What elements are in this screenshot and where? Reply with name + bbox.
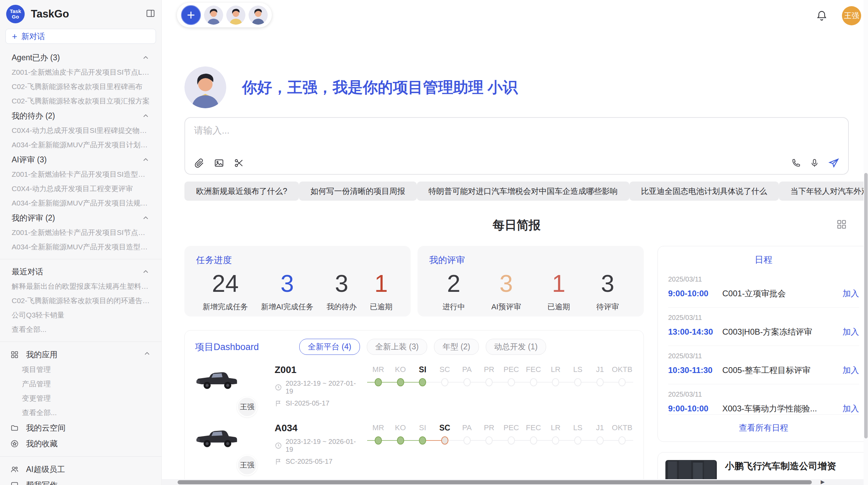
milestone-dot [485, 436, 493, 445]
event-join-link[interactable]: 加入 [843, 365, 859, 376]
milestone-label: LS [567, 423, 589, 436]
scissors-icon[interactable] [234, 158, 244, 168]
sidebar-item[interactable]: A034-全新新能源MUV产品开发项目计划变更表编写 [0, 138, 161, 152]
stat-cell: 3新增AI完成任务 [261, 270, 313, 313]
vertical-scrollbar-thumb[interactable] [864, 173, 868, 438]
sidebar-section-header[interactable]: Agent已办 (3) [0, 50, 161, 65]
sidebar-section-header[interactable]: 我的评审 (2) [0, 210, 161, 225]
sidebar-section-header[interactable]: 我的待办 (2) [0, 108, 161, 123]
new-chat-button[interactable]: + 新对话 [5, 29, 156, 44]
milestone-segment [434, 382, 441, 383]
milestone-segment [559, 382, 567, 383]
send-icon[interactable] [828, 158, 839, 169]
sidebar-item[interactable]: C0X4-动力总成开发项目SI里程碑提交物检查 [0, 123, 161, 138]
layout-grid-icon[interactable] [836, 219, 847, 232]
attachment-icon[interactable] [194, 158, 204, 168]
chevron-up-icon[interactable] [142, 112, 150, 120]
notifications-bell-icon[interactable] [816, 10, 828, 22]
sidebar-item[interactable]: C02-飞腾新能源轻客改款项目的闭环通告反馈情况 [0, 294, 161, 308]
dashboard-tab[interactable]: 动总开发 (1) [486, 339, 546, 355]
add-conversation-button[interactable] [181, 5, 201, 25]
schedule-event: 2025/03/1110:30-11:30C005-整车工程目标评审加入 [668, 346, 859, 376]
voice-call-icon[interactable] [791, 158, 801, 168]
event-join-link[interactable]: 加入 [843, 403, 859, 414]
milestone-segment [404, 440, 412, 441]
sidebar-item[interactable]: Z001-全新燃油皮卡产品开发项目SI节点Lesson Learn报告 [0, 65, 161, 79]
sidebar-app-item[interactable]: 项目管理 [0, 362, 161, 377]
suggestion-chip[interactable]: 比亚迪全固态电池计划具体说了什么 [629, 182, 779, 201]
sidebar-item[interactable]: Z001-全新燃油轻卡产品开发项目SI节点属性5D文件评审 [0, 225, 161, 240]
event-join-link[interactable]: 加入 [843, 288, 859, 299]
chevron-up-icon[interactable] [142, 214, 150, 222]
sidebar-item-star[interactable]: 我的收藏 [0, 436, 161, 451]
milestone-segment [581, 440, 589, 441]
project-flag-text: SI-2025-05-17 [286, 399, 329, 407]
milestone: PA [456, 365, 478, 413]
milestone-label: LR [544, 423, 567, 436]
suggestion-chip[interactable]: 特朗普可能对进口汽车增税会对中国车企造成哪些影响 [417, 182, 629, 201]
sidebar-app-item[interactable]: 产品管理 [0, 377, 161, 391]
milestone: KO [389, 423, 412, 471]
member-avatar[interactable] [249, 5, 268, 25]
milestone-dot [508, 436, 515, 445]
sidebar-item[interactable]: 查看全部... [0, 322, 161, 337]
main-area: 王强 你好，王强，我是你的项目管理助理 小识 欧洲新规最近颁布 [162, 0, 868, 485]
milestone-label: SC [434, 365, 456, 377]
sidebar-item-folder[interactable]: 我的云空间 [0, 420, 161, 436]
schedule-card: 日程 2025/03/119:00-10:00C001-立项审批会加入2025/… [658, 246, 868, 442]
milestone-segment [471, 440, 478, 441]
sidebar-item-my-apps[interactable]: 我的应用 [0, 347, 161, 362]
assistant-greeting: 你好，王强，我是你的项目管理助理 小识 [184, 66, 849, 108]
view-all-schedule-link[interactable]: 查看所有日程 [739, 423, 788, 432]
sidebar-item[interactable]: A034-全新新能源MUV产品开发项目造型可行性评审 [0, 240, 161, 254]
sidebar-link-label: AI超级员工 [26, 464, 65, 475]
user-avatar[interactable]: 王强 [842, 6, 861, 25]
milestone: MR [367, 365, 389, 413]
milestone-dot-row [434, 377, 456, 387]
suggestion-chip[interactable]: 欧洲新规最近颁布了什么? [184, 182, 299, 201]
chevron-up-icon[interactable] [142, 268, 150, 276]
stat-label: 我的待办 [327, 302, 357, 312]
sidebar-item[interactable]: C02-飞腾新能源轻客改款项目里程碑画布 [0, 79, 161, 94]
dashboard-tab[interactable]: 年型 (2) [434, 339, 479, 355]
dashboard-tab[interactable]: 全新平台 (4) [299, 339, 360, 355]
insert-image-icon[interactable] [214, 158, 224, 168]
sidebar-item[interactable]: A034-全新新能源MUV产品开发项目法规符合性评审 [0, 196, 161, 210]
member-avatar[interactable] [204, 5, 223, 25]
milestone-track: MRKOSISCPAPRPECFECLRLSJ1OKTB [367, 422, 633, 471]
microphone-icon[interactable] [810, 158, 819, 168]
chevron-up-icon[interactable] [142, 53, 150, 62]
chevron-up-icon[interactable] [142, 156, 150, 164]
sidebar-item[interactable]: Z001-全新燃油轻卡产品开发项目SI造型提交物评审 [0, 167, 161, 182]
sidebar-item[interactable]: 公司Q3轻卡销量 [0, 308, 161, 322]
sidebar-app-item[interactable]: 变更管理 [0, 391, 161, 406]
project-row[interactable]: 王强Z0012023-12-19 ~ 2027-01-19SI-2025-05-… [195, 364, 633, 413]
suggestion-chip[interactable]: 当下年轻人对汽车外观有怎样的喜好趋势 [779, 182, 868, 201]
collapse-sidebar-icon[interactable] [146, 9, 155, 20]
milestone-segment [544, 440, 552, 441]
milestone-dot-row [411, 436, 434, 445]
milestone-segment [537, 382, 545, 383]
sidebar-item-image[interactable]: 帮我写作 [0, 477, 161, 485]
scroll-right-arrow-icon[interactable]: ▶ [821, 479, 825, 485]
horizontal-scrollbar-thumb[interactable] [178, 480, 812, 484]
member-avatar[interactable] [226, 5, 245, 25]
dashboard-tab[interactable]: 全新上装 (3) [367, 339, 427, 355]
sidebar-section-header[interactable]: 最近对话 [0, 264, 161, 279]
project-name: A034 [275, 423, 360, 434]
sidebar-item-people[interactable]: AI超级员工 [0, 461, 161, 477]
sidebar-item[interactable]: C0X4-动力总成开发项目工程变更评审 [0, 182, 161, 196]
milestone-segment [426, 382, 434, 383]
sidebar-section-header[interactable]: AI评审 (3) [0, 152, 161, 167]
sidebar-item[interactable]: 解释最新出台的欧盟报废车法规再生塑料比例被调至15%... [0, 279, 161, 294]
chevron-up-icon[interactable] [143, 349, 151, 360]
sidebar-app-item[interactable]: 查看全部... [0, 406, 161, 420]
suggestion-chip[interactable]: 如何写一份清晰的项目周报 [299, 182, 417, 201]
milestone-dot [397, 436, 404, 445]
chat-input[interactable] [194, 125, 839, 136]
event-join-link[interactable]: 加入 [843, 326, 859, 337]
milestone: PR [478, 423, 500, 471]
sidebar-item[interactable]: C02-飞腾新能源轻客改款项目立项汇报方案 [0, 94, 161, 108]
project-row[interactable]: 王强A0342023-12-19 ~ 2026-01-19SC-2025-05-… [195, 422, 633, 471]
milestone-dot-row [522, 436, 545, 445]
